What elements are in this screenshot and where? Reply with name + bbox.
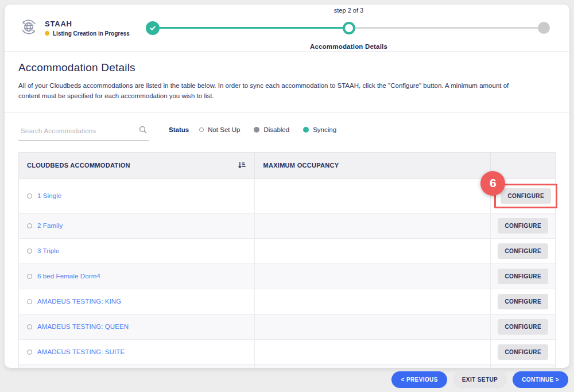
max-occupancy-cell xyxy=(255,289,491,314)
column-header-maximum-occupancy[interactable]: MAXIMUM OCCUPANCY xyxy=(255,153,491,179)
status-radio-icon[interactable] xyxy=(27,274,32,279)
max-occupancy-cell xyxy=(255,213,491,238)
step-1-completed-node xyxy=(146,21,160,35)
accommodation-link[interactable]: 6 bed Female Dorm4 xyxy=(37,273,100,280)
step-counter-label: step 2 of 3 xyxy=(334,7,363,14)
table-row: 2 FamilyCONFIGURE xyxy=(19,213,555,238)
accommodation-table-wrap: CLOUDBEDS ACCOMMODATION xyxy=(18,152,556,368)
main-card: STAAH Listing Creation in Progress step … xyxy=(5,5,569,368)
table-row: AMADEUS TESTING: SUITECONFIGURE xyxy=(19,339,555,364)
accommodation-link[interactable]: AMADEUS TESTING: KING xyxy=(37,298,121,305)
status-radio-icon[interactable] xyxy=(27,223,32,228)
accommodation-cell: 3 Triple xyxy=(19,238,255,263)
accommodation-link[interactable]: AMADEUS TESTING: QUEEN xyxy=(37,323,129,330)
status-radio-icon[interactable] xyxy=(27,299,32,304)
annotation-step-badge: 6 xyxy=(480,171,505,196)
max-occupancy-cell xyxy=(255,238,491,263)
previous-button[interactable]: < PREVIOUS xyxy=(391,371,447,388)
check-icon xyxy=(149,25,156,32)
configure-button[interactable]: CONFIGURE xyxy=(498,294,548,309)
status-radio-icon[interactable] xyxy=(27,324,32,329)
table-row: 1 Single6CONFIGURE xyxy=(19,178,555,213)
brand-block: STAAH Listing Creation in Progress xyxy=(18,17,131,40)
brand-status-label: Listing Creation in Progress xyxy=(53,30,130,37)
globe-sync-icon xyxy=(18,17,39,40)
status-radio-icon[interactable] xyxy=(27,350,32,355)
brand-title: STAAH xyxy=(45,20,130,28)
column-header-cloudbeds-accommodation[interactable]: CLOUDBEDS ACCOMMODATION xyxy=(19,153,255,179)
table-header-row: CLOUDBEDS ACCOMMODATION xyxy=(19,153,555,179)
page-title: Accommodation Details xyxy=(18,61,556,74)
search-icon xyxy=(139,126,147,136)
sort-amount-icon[interactable] xyxy=(238,161,246,170)
configure-button[interactable]: CONFIGURE xyxy=(498,319,548,335)
stepper-segment-todo xyxy=(355,27,538,29)
column-header-label: CLOUDBEDS ACCOMMODATION xyxy=(27,162,130,169)
current-step-name-label: Accommodation Details xyxy=(310,43,387,50)
accommodation-cell: 1 Single xyxy=(19,178,255,213)
accommodation-table-body: 1 Single6CONFIGURE2 FamilyCONFIGURE3 Tri… xyxy=(19,178,555,368)
table-row: 6 bed Female Dorm4CONFIGURE xyxy=(19,263,555,289)
legend-label: Not Set Up xyxy=(208,126,240,133)
search-field-wrap xyxy=(18,122,149,141)
max-occupancy-cell xyxy=(255,339,491,364)
accommodation-cell: AMADEUS TESTING: KING xyxy=(19,289,255,314)
page-description: All of your Cloudbeds accommodations are… xyxy=(18,80,510,102)
configure-button[interactable]: CONFIGURE xyxy=(498,218,548,234)
legend-item-syncing: Syncing xyxy=(303,126,336,133)
action-cell: CONFIGURE xyxy=(491,263,555,289)
accommodation-cell: 6 bed Female Dorm4 xyxy=(19,263,255,289)
search-input[interactable] xyxy=(20,127,135,135)
step-2-current-node-wrap: step 2 of 3 Accommodation Details xyxy=(343,22,355,34)
accommodation-link[interactable]: 2 Family xyxy=(37,222,63,229)
table-row: Amplify TestCONFIGURE xyxy=(19,364,555,368)
controls-row: Status Not Set Up Disabled Syncing xyxy=(5,113,569,144)
step-2-current-node xyxy=(343,22,355,34)
continue-button[interactable]: CONTINUE > xyxy=(513,371,568,388)
disabled-dot-icon xyxy=(254,127,259,133)
intro-section: Accommodation Details All of your Cloudb… xyxy=(5,52,569,113)
action-cell: CONFIGURE xyxy=(491,364,555,368)
accommodation-link[interactable]: AMADEUS TESTING: SUITE xyxy=(37,348,125,355)
legend-label: Syncing xyxy=(313,126,336,133)
status-radio-icon[interactable] xyxy=(27,249,32,254)
configure-button[interactable]: CONFIGURE xyxy=(501,188,551,204)
table-row: AMADEUS TESTING: KINGCONFIGURE xyxy=(19,289,555,314)
stepper-segment-done xyxy=(160,27,343,29)
accommodation-cell: AMADEUS TESTING: SUITE xyxy=(19,339,255,364)
action-cell: CONFIGURE xyxy=(491,314,555,339)
column-header-label: MAXIMUM OCCUPANCY xyxy=(263,162,339,169)
top-bar: STAAH Listing Creation in Progress step … xyxy=(5,5,569,52)
action-cell: 6CONFIGURE xyxy=(491,178,555,213)
accommodation-link[interactable]: 3 Triple xyxy=(37,247,60,254)
status-legend: Status Not Set Up Disabled Syncing xyxy=(169,122,336,133)
accommodation-table: CLOUDBEDS ACCOMMODATION xyxy=(19,153,555,368)
accommodation-cell: AMADEUS TESTING: QUEEN xyxy=(19,314,255,339)
table-row: AMADEUS TESTING: QUEENCONFIGURE xyxy=(19,314,555,339)
brand-status: Listing Creation in Progress xyxy=(45,30,130,37)
max-occupancy-cell xyxy=(255,263,491,289)
configure-button[interactable]: CONFIGURE xyxy=(498,243,548,259)
step-3-upcoming-node xyxy=(538,22,550,34)
table-row: 3 TripleCONFIGURE xyxy=(19,238,555,263)
progress-stepper: step 2 of 3 Accommodation Details xyxy=(146,21,550,35)
legend-item-not-set-up: Not Set Up xyxy=(199,126,240,133)
brand-text: STAAH Listing Creation in Progress xyxy=(45,20,130,37)
max-occupancy-cell xyxy=(255,364,491,368)
not-set-up-dot-icon xyxy=(199,127,204,132)
max-occupancy-cell xyxy=(255,178,491,213)
configure-button[interactable]: CONFIGURE xyxy=(498,269,548,284)
legend-item-disabled: Disabled xyxy=(254,126,289,133)
accommodation-cell: 2 Family xyxy=(19,213,255,238)
syncing-dot-icon xyxy=(303,127,309,133)
action-cell: CONFIGURE xyxy=(491,238,555,263)
yellow-dot-icon xyxy=(45,31,49,36)
max-occupancy-cell xyxy=(255,314,491,339)
action-cell: CONFIGURE xyxy=(491,213,555,238)
accommodation-cell: Amplify Test xyxy=(19,364,255,368)
legend-label: Disabled xyxy=(263,126,289,133)
exit-setup-button[interactable]: EXIT SETUP xyxy=(453,371,507,388)
configure-button[interactable]: CONFIGURE xyxy=(498,344,548,360)
status-radio-icon[interactable] xyxy=(27,193,32,199)
accommodation-link[interactable]: 1 Single xyxy=(37,192,61,199)
